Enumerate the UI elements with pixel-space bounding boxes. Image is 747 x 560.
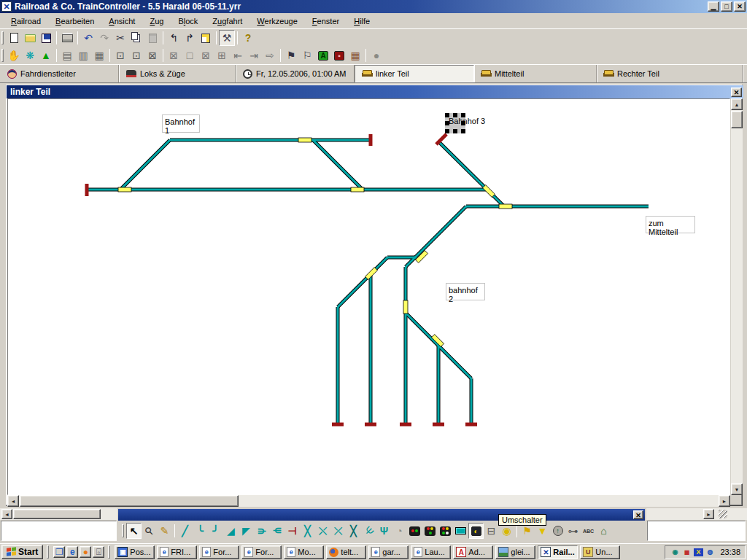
- tasks-grip[interactable]: [108, 545, 110, 559]
- task-for[interactable]: eFor...: [199, 545, 239, 559]
- maximize-button[interactable]: □: [721, 1, 732, 12]
- task-glei[interactable]: glei...: [495, 545, 535, 559]
- flag-start-button[interactable]: ⚑: [283, 47, 299, 63]
- switch-symbol[interactable]: [298, 138, 311, 142]
- label-bahnhof-3[interactable]: Bahnhof 3: [446, 114, 487, 133]
- track-diagonal-button[interactable]: ╱: [177, 523, 193, 539]
- signal-3-aspect-button[interactable]: [422, 523, 438, 539]
- undo-button[interactable]: ↶: [80, 30, 96, 46]
- join-cell-button[interactable]: ⊞: [214, 47, 230, 63]
- menu-hilfe[interactable]: Hilfe: [347, 15, 376, 28]
- scroll-down-button[interactable]: ▼: [731, 483, 743, 495]
- label-zum-mittelteil[interactable]: zum Mittelteil: [646, 216, 695, 233]
- label-bahnhof-1[interactable]: Bahnhof 1: [162, 114, 200, 133]
- menu-zugfahrt[interactable]: Zugfahrt: [206, 15, 249, 28]
- slip-switch-2-button[interactable]: ⤫: [330, 523, 346, 539]
- turnout-right-button[interactable]: ⋔: [269, 523, 285, 539]
- slip-switch-1-button[interactable]: ⤬: [315, 523, 330, 539]
- shift-left-button[interactable]: ⇤: [230, 47, 246, 63]
- cut-button[interactable]: ✂: [112, 30, 128, 46]
- switch-symbol[interactable]: [499, 204, 512, 209]
- dock-left-scrollbar[interactable]: ◄: [0, 508, 117, 520]
- signal-stop-button[interactable]: ▪: [331, 47, 347, 63]
- new-file-button[interactable]: [6, 30, 22, 46]
- ql-media[interactable]: ⌻: [93, 546, 104, 558]
- switch-symbol[interactable]: [118, 187, 131, 192]
- edit-mode-wrench-button[interactable]: ⚒: [219, 30, 235, 46]
- interface-3-button[interactable]: ▦: [91, 47, 107, 63]
- three-way-button[interactable]: Ψ: [376, 523, 392, 539]
- toolbox-close-button[interactable]: ✕: [633, 510, 643, 519]
- tray-network[interactable]: ◍: [705, 547, 715, 557]
- turnout-left-button[interactable]: ⋔: [254, 523, 269, 539]
- tray-xear3d[interactable]: X: [693, 547, 703, 557]
- clock-panel[interactable]: Fr, 12.05.2006, 01:00 AM: [236, 65, 355, 82]
- fahrdienstleiter[interactable]: Fahrdienstleiter: [0, 65, 119, 82]
- loks-zuege[interactable]: Loks & Züge: [119, 65, 236, 82]
- open-file-button[interactable]: [22, 30, 38, 46]
- buffer-stop-button[interactable]: ⊣: [285, 523, 300, 539]
- block-view-1-button[interactable]: ⊡: [112, 47, 128, 63]
- shift-right-button[interactable]: ⇥: [246, 47, 262, 63]
- dock-scroll-left-button[interactable]: ◄: [1, 509, 12, 519]
- ql-firefox[interactable]: ●: [80, 546, 91, 558]
- crossing-button[interactable]: ╳: [300, 523, 315, 539]
- save-file-button[interactable]: [38, 30, 54, 46]
- shift-row-button[interactable]: ⇨: [262, 47, 278, 63]
- tab-mittelteil[interactable]: Mittelteil: [474, 65, 597, 82]
- task-un[interactable]: UUn...: [580, 545, 620, 559]
- menu-fenster[interactable]: Fenster: [306, 15, 346, 28]
- dock-right-scrollbar[interactable]: ►: [646, 508, 747, 520]
- track-curve-right-button[interactable]: ╯: [208, 523, 223, 539]
- draw-pencil-button[interactable]: ✎: [157, 523, 172, 539]
- go-button[interactable]: ▲: [38, 47, 54, 63]
- track-curve-left-button[interactable]: ╰: [193, 523, 208, 539]
- menu-railroad[interactable]: Railroad: [4, 15, 47, 28]
- task-lau[interactable]: eLau...: [411, 545, 451, 559]
- menu-block[interactable]: Block: [171, 15, 204, 28]
- toolbar2-grip[interactable]: [1, 49, 4, 62]
- close-button[interactable]: ✕: [734, 1, 746, 12]
- scroll-up-button[interactable]: ▲: [731, 98, 743, 110]
- scroll-left-button[interactable]: ◄: [7, 495, 19, 507]
- minimize-button[interactable]: ▁: [708, 1, 719, 12]
- dock-hscroll-thumb[interactable]: [13, 509, 101, 519]
- contact-indicator-button[interactable]: ⊶: [565, 523, 581, 539]
- block-view-2-button[interactable]: ⊡: [128, 47, 144, 63]
- auto-mode-button[interactable]: A: [315, 47, 331, 63]
- umschalter-toggle-button[interactable]: ◐: [468, 523, 484, 539]
- turntable-button[interactable]: ◔: [392, 523, 407, 539]
- label-bahnhof-2[interactable]: bahnhof 2: [446, 283, 485, 300]
- ql-ie[interactable]: e: [66, 546, 78, 558]
- tools-grip[interactable]: [122, 524, 124, 537]
- ql-desktop[interactable]: ❐: [53, 546, 65, 558]
- task-pos[interactable]: ▣Pos...: [115, 545, 155, 559]
- tab-rechter-teil[interactable]: Rechter Teil: [597, 65, 743, 82]
- push-zone-button[interactable]: ↑: [550, 523, 565, 539]
- copy-button[interactable]: [128, 30, 144, 46]
- vscroll-thumb[interactable]: [731, 111, 743, 128]
- double-slip-button[interactable]: Ψ: [361, 523, 376, 539]
- hscroll-thumb[interactable]: [20, 495, 239, 507]
- vertical-scrollbar[interactable]: ▲ ▼: [731, 98, 743, 495]
- task-ad[interactable]: AAd...: [453, 545, 493, 559]
- tray-audio[interactable]: ◉: [670, 547, 680, 557]
- tray-recorder[interactable]: ◼: [681, 547, 692, 557]
- slip-switch-3-button[interactable]: ╳: [346, 523, 361, 539]
- switch-symbol[interactable]: [403, 300, 408, 314]
- menu-bearbeiten[interactable]: Bearbeiten: [49, 15, 101, 28]
- toolbox-caption-bar[interactable]: ✕: [118, 509, 645, 521]
- select-pointer-button[interactable]: ↖: [126, 523, 142, 539]
- record-button[interactable]: ●: [368, 47, 384, 63]
- help-button[interactable]: ?: [240, 30, 256, 46]
- import-block-button[interactable]: ↰: [166, 30, 182, 46]
- dock-scroll-right-button[interactable]: ►: [703, 509, 714, 519]
- stop-all-button[interactable]: ✋: [6, 47, 22, 63]
- schedule-film-button[interactable]: ▦: [347, 47, 363, 63]
- clear-cell-button[interactable]: ⊠: [166, 47, 182, 63]
- frame-cell-button[interactable]: □: [182, 47, 198, 63]
- quicklaunch-grip[interactable]: [47, 545, 49, 559]
- task-mo[interactable]: eMo...: [284, 545, 324, 559]
- delete-cell-button[interactable]: ⊠: [198, 47, 214, 63]
- scroll-right-button[interactable]: ►: [719, 495, 730, 507]
